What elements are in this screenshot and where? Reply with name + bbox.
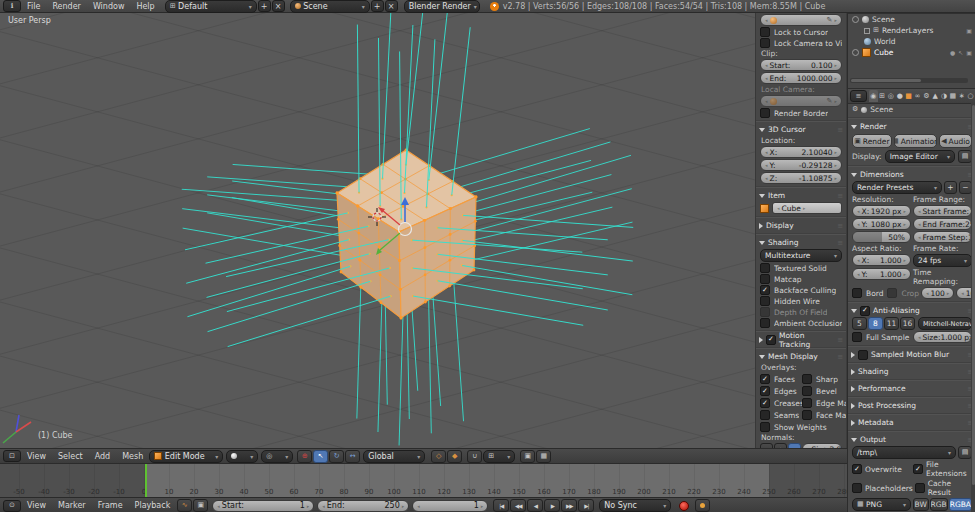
depth-of-field-toggle[interactable]: Depth Of Field: [760, 307, 842, 317]
tl-menu-frame[interactable]: Frame: [92, 501, 129, 510]
add-preset-button[interactable]: +: [944, 181, 957, 194]
textured-solid-toggle[interactable]: Textured Solid: [760, 263, 842, 273]
render-audio-button[interactable]: ◀Audio: [939, 134, 972, 148]
aspect-x-field[interactable]: X:1.000: [852, 254, 911, 266]
lock-range-button[interactable]: ▣: [193, 499, 208, 512]
av-sync-select[interactable]: No Sync: [599, 499, 671, 512]
manipulator-rotate-button[interactable]: ↻: [329, 450, 344, 463]
v3d-menu-add[interactable]: Add: [89, 452, 117, 461]
delete-scene-button[interactable]: ×: [385, 0, 398, 12]
panel-performance[interactable]: Performance: [851, 383, 973, 394]
panel-item[interactable]: Item: [759, 190, 843, 201]
tab-world[interactable]: ●: [895, 90, 904, 102]
shading-mode-select[interactable]: Multitexture: [760, 249, 842, 262]
manipulator-axes-button[interactable]: ⊕: [297, 450, 312, 463]
tab-texture[interactable]: ▦: [948, 90, 957, 102]
snap-toggle-button[interactable]: ∪: [467, 450, 482, 463]
panel-display[interactable]: Display: [759, 220, 843, 231]
show-fcurves-button[interactable]: ∿: [177, 499, 192, 512]
add-layout-button[interactable]: +: [258, 0, 271, 12]
editor-type-info-button[interactable]: ℹ: [3, 0, 21, 12]
outliner-scrollbar[interactable]: [850, 78, 968, 83]
local-camera-field[interactable]: ✎: [760, 95, 842, 107]
play-reverse-button[interactable]: ◀: [527, 499, 543, 512]
clip-start-field[interactable]: Start:0.100: [760, 59, 842, 71]
opengl-render-button[interactable]: ▣: [520, 450, 535, 463]
overlay-seams-toggle[interactable]: Seams: [760, 410, 802, 420]
start-frame-field[interactable]: Start Frame:1: [913, 205, 972, 217]
frame-end-field[interactable]: End:250: [317, 500, 409, 512]
aa-samples-5-button[interactable]: 5: [852, 317, 867, 330]
overlay-sharp-toggle[interactable]: Sharp: [802, 374, 846, 384]
jump-to-end-button[interactable]: ▶|: [578, 499, 594, 512]
overlay-edge-marks-toggle[interactable]: Edge Ma: [802, 398, 846, 408]
remap-old-field[interactable]: 100: [921, 287, 954, 299]
aa-samples-8-button[interactable]: 8: [868, 317, 883, 330]
add-scene-button[interactable]: +: [371, 0, 384, 12]
menu-window[interactable]: Window: [87, 2, 131, 11]
proportional-falloff-button[interactable]: ◆: [447, 450, 462, 463]
mode-select[interactable]: Edit Mode: [149, 450, 223, 463]
tl-menu-marker[interactable]: Marker: [52, 501, 92, 510]
hide-toggle-icon[interactable]: ●: [950, 49, 955, 56]
next-keyframe-button[interactable]: ▶▶: [561, 499, 577, 512]
aspect-y-field[interactable]: Y:1.000: [852, 268, 911, 280]
screen-layout-select[interactable]: ⊞ Default: [165, 0, 257, 13]
overwrite-toggle[interactable]: [852, 464, 862, 474]
pivot-point-select[interactable]: ◎: [261, 450, 293, 463]
render-engine-select[interactable]: Blender Render: [404, 0, 480, 13]
panel-metadata[interactable]: Metadata: [851, 417, 973, 428]
transform-orientation-select[interactable]: Global: [363, 450, 425, 463]
v3d-menu-select[interactable]: Select: [52, 452, 89, 461]
panel-output[interactable]: Output: [851, 434, 973, 445]
expander-icon[interactable]: [852, 49, 859, 56]
channels-bw-button[interactable]: BW: [913, 498, 929, 511]
panel-shading[interactable]: Shading: [759, 237, 843, 248]
aa-samples-11-button[interactable]: 11: [884, 317, 899, 330]
tab-scene[interactable]: ◎: [886, 90, 895, 102]
opengl-render-anim-button[interactable]: ▦: [536, 450, 551, 463]
panel-post-processing[interactable]: Post Processing: [851, 400, 973, 411]
backface-culling-toggle[interactable]: Backface Culling: [760, 285, 842, 295]
render-animation-button[interactable]: ▦Animation: [894, 134, 937, 148]
render-still-button[interactable]: ▣Render: [852, 134, 892, 148]
resolution-y-field[interactable]: Y:1080 px: [852, 218, 911, 230]
cursor-x-field[interactable]: X:2.10040: [760, 146, 842, 158]
snap-element-select[interactable]: ⊞: [483, 450, 515, 463]
tab-object[interactable]: ■: [904, 90, 913, 102]
expander-icon[interactable]: [864, 28, 870, 34]
outliner-item-renderlayers[interactable]: ⊞ RenderLayers ▣: [848, 25, 975, 36]
editor-type-3dview-button[interactable]: ⊡: [3, 450, 21, 462]
panel-anti-aliasing[interactable]: Anti-Aliasing: [851, 305, 973, 316]
tab-render-layers[interactable]: ⊞: [878, 90, 887, 102]
matcap-toggle[interactable]: Matcap: [760, 274, 842, 284]
folder-icon-button[interactable]: ▤: [958, 150, 972, 163]
play-button[interactable]: ▶: [544, 499, 560, 512]
camera-object-field[interactable]: ✎: [760, 14, 842, 26]
panel-3d-cursor[interactable]: 3D Cursor: [759, 124, 843, 135]
panel-shading-props[interactable]: Shading: [851, 366, 973, 377]
lock-camera-toggle[interactable]: Lock Camera to View: [760, 38, 842, 48]
editor-type-timeline-button[interactable]: ⊙: [3, 500, 21, 512]
crop-toggle[interactable]: [887, 288, 897, 298]
renderable-toggle-icon[interactable]: ▣: [966, 49, 972, 56]
output-path-field[interactable]: /tmp\: [852, 446, 956, 459]
resolution-percentage-slider[interactable]: 50%: [852, 231, 911, 243]
current-frame-field[interactable]: 1: [412, 500, 488, 512]
render-border-toggle[interactable]: Render Border: [760, 108, 842, 118]
channels-rgb-button[interactable]: RGB: [930, 498, 948, 511]
tab-modifiers[interactable]: ⚙: [922, 90, 931, 102]
jump-to-start-button[interactable]: |◀: [493, 499, 509, 512]
clip-end-field[interactable]: End:1000.000: [760, 72, 842, 84]
end-frame-field[interactable]: End Frame:250: [913, 218, 972, 230]
outliner-item-scene[interactable]: Scene: [848, 14, 975, 25]
file-format-select[interactable]: ▦ PNG: [852, 498, 911, 511]
placeholders-toggle[interactable]: [852, 483, 862, 493]
cursor-y-field[interactable]: Y:-0.29128: [760, 159, 842, 171]
manipulator-scale-button[interactable]: ↔: [345, 450, 360, 463]
expander-icon[interactable]: [852, 16, 859, 23]
overlay-faces-toggle[interactable]: Faces: [760, 374, 802, 384]
overlay-creases-toggle[interactable]: Creases: [760, 398, 802, 408]
tl-menu-playback[interactable]: Playback: [129, 501, 177, 510]
file-extensions-toggle[interactable]: [913, 464, 923, 474]
